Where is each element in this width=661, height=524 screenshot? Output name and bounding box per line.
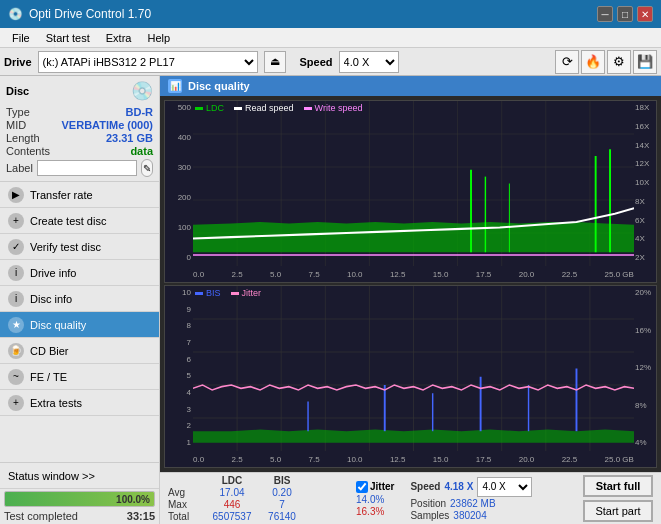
legend-ldc-dot <box>195 107 203 110</box>
sidebar-item-extra-tests[interactable]: + Extra tests <box>0 390 159 416</box>
verify-test-disc-icon: ✓ <box>8 239 24 255</box>
bottom-y-axis-left: 10 9 8 7 6 5 4 3 2 1 <box>165 286 193 449</box>
stats-table: LDC BIS Avg 17.04 0.20 Max 446 7 Total 6… <box>168 475 348 522</box>
menu-help[interactable]: Help <box>139 30 178 46</box>
burn-button[interactable]: 🔥 <box>581 50 605 74</box>
x-label-0: 0.0 <box>193 270 204 279</box>
bottom-x-axis: 0.0 2.5 5.0 7.5 10.0 12.5 15.0 17.5 20.0… <box>193 451 634 467</box>
by-label-6: 6 <box>167 355 191 364</box>
refresh-button[interactable]: ⟳ <box>555 50 579 74</box>
cd-bier-icon: 🍺 <box>8 343 24 359</box>
start-part-button[interactable]: Start part <box>583 500 653 522</box>
bottom-chart: BIS Jitter 10 9 8 7 6 5 4 3 <box>164 285 657 468</box>
sidebar-item-disc-info[interactable]: i Disc info <box>0 286 159 312</box>
speed-stat-select[interactable]: 4.0 X <box>477 477 532 497</box>
jitter-avg: 14.0% <box>356 494 384 505</box>
stats-headers: LDC BIS <box>168 475 348 486</box>
titlebar-controls: ─ □ ✕ <box>597 6 653 22</box>
drive-select[interactable]: (k:) ATAPi iHBS312 2 PL17 <box>38 51 258 73</box>
drivebar: Drive (k:) ATAPi iHBS312 2 PL17 ⏏ Speed … <box>0 48 661 76</box>
settings-button[interactable]: ⚙ <box>607 50 631 74</box>
disc-info-icon: i <box>8 291 24 307</box>
legend-ldc: LDC <box>195 103 224 113</box>
sidebar-item-transfer-rate[interactable]: ▶ Transfer rate <box>0 182 159 208</box>
menu-file[interactable]: File <box>4 30 38 46</box>
stats-row: LDC BIS Avg 17.04 0.20 Max 446 7 Total 6… <box>160 472 661 524</box>
top-chart-legend: LDC Read speed Write speed <box>195 103 362 113</box>
x-label-10: 10.0 <box>347 270 363 279</box>
x-label-7-5: 7.5 <box>308 270 319 279</box>
chart-header: 📊 Disc quality <box>160 76 661 96</box>
y-label-200: 200 <box>167 193 191 202</box>
eject-button[interactable]: ⏏ <box>264 51 286 73</box>
progress-bar: 100.0% <box>4 491 155 507</box>
x-label-25gb: 25.0 GB <box>605 270 634 279</box>
sidebar: Disc 💿 Type BD-R MID VERBATIMe (000) Len… <box>0 76 160 524</box>
y-label-300: 300 <box>167 163 191 172</box>
menu-start-test[interactable]: Start test <box>38 30 98 46</box>
titlebar: 💿 Opti Drive Control 1.70 ─ □ ✕ <box>0 0 661 28</box>
by-label-1: 1 <box>167 438 191 447</box>
maximize-button[interactable]: □ <box>617 6 633 22</box>
stats-total-row: Total 6507537 76140 <box>168 511 348 522</box>
by-right-8: 8% <box>635 401 655 410</box>
max-bis: 7 <box>264 499 300 510</box>
start-full-button[interactable]: Start full <box>583 475 653 497</box>
legend-read-speed: Read speed <box>234 103 294 113</box>
by-right-16: 16% <box>635 326 655 335</box>
close-button[interactable]: ✕ <box>637 6 653 22</box>
status-area: Status window >> 100.0% Test completed 3… <box>0 462 159 524</box>
legend-bis: BIS <box>195 288 221 298</box>
by-right-12: 12% <box>635 363 655 372</box>
drive-label: Drive <box>4 56 32 68</box>
sidebar-item-drive-info[interactable]: i Drive info <box>0 260 159 286</box>
sidebar-item-cd-bier[interactable]: 🍺 CD Bier <box>0 338 159 364</box>
legend-jitter-dot <box>231 292 239 295</box>
toolbar-buttons: ⟳ 🔥 ⚙ 💾 <box>555 50 657 74</box>
jitter-max-row: 16.3% <box>356 506 394 517</box>
stats-avg-row: Avg 17.04 0.20 <box>168 487 348 498</box>
sidebar-item-verify-test-disc[interactable]: ✓ Verify test disc <box>0 234 159 260</box>
y-right-8x: 8X <box>635 197 655 206</box>
speed-pos-section: Speed 4.18 X 4.0 X Position 23862 MB Sam… <box>410 477 532 521</box>
jitter-checkbox[interactable] <box>356 481 368 493</box>
save-button[interactable]: 💾 <box>633 50 657 74</box>
x-label-12-5: 12.5 <box>390 270 406 279</box>
x-label-20: 20.0 <box>519 270 535 279</box>
legend-write-speed-dot <box>304 107 312 110</box>
sidebar-item-fe-te[interactable]: ~ FE / TE <box>0 364 159 390</box>
sidebar-item-create-test-disc[interactable]: + Create test disc <box>0 208 159 234</box>
bx-label-22-5: 22.5 <box>562 455 578 464</box>
x-label-22-5: 22.5 <box>562 270 578 279</box>
y-label-0: 0 <box>167 253 191 262</box>
chart-header-icon: 📊 <box>168 79 182 93</box>
speed-stat-label: Speed <box>410 481 440 492</box>
menubar: File Start test Extra Help <box>0 28 661 48</box>
sidebar-item-disc-quality[interactable]: ★ Disc quality <box>0 312 159 338</box>
menu-extra[interactable]: Extra <box>98 30 140 46</box>
total-ldc: 6507537 <box>208 511 256 522</box>
bx-label-15: 15.0 <box>433 455 449 464</box>
speed-select[interactable]: 4.0 X <box>339 51 399 73</box>
avg-bis: 0.20 <box>264 487 300 498</box>
speed-label: Speed <box>300 56 333 68</box>
create-test-disc-icon: + <box>8 213 24 229</box>
samples-row: Samples 380204 <box>410 510 532 521</box>
bx-label-7-5: 7.5 <box>308 455 319 464</box>
disc-length-label: Length <box>6 132 40 144</box>
y-right-10x: 10X <box>635 178 655 187</box>
sidebar-label-disc-quality: Disc quality <box>30 319 86 331</box>
sidebar-label-cd-bier: CD Bier <box>30 345 69 357</box>
status-window-button[interactable]: Status window >> <box>0 463 159 489</box>
extra-tests-icon: + <box>8 395 24 411</box>
y-right-18x: 18X <box>635 103 655 112</box>
minimize-button[interactable]: ─ <box>597 6 613 22</box>
sidebar-label-drive-info: Drive info <box>30 267 76 279</box>
disc-label-edit-button[interactable]: ✎ <box>141 159 153 177</box>
disc-label-input[interactable] <box>37 160 137 176</box>
stats-max-row: Max 446 7 <box>168 499 348 510</box>
by-label-9: 9 <box>167 305 191 314</box>
app-icon: 💿 <box>8 7 23 21</box>
main-layout: Disc 💿 Type BD-R MID VERBATIMe (000) Len… <box>0 76 661 524</box>
sidebar-label-disc-info: Disc info <box>30 293 72 305</box>
